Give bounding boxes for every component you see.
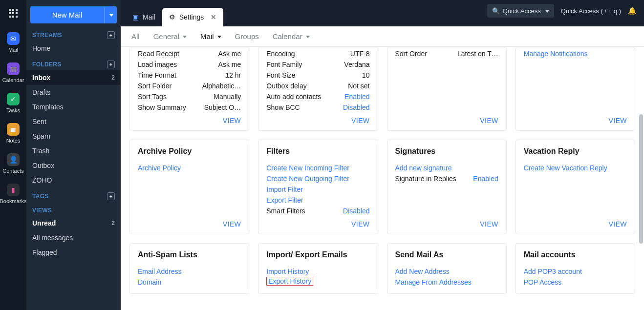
rail-notes[interactable]: ≣ Notes	[0, 117, 26, 147]
subtab-mail[interactable]: Mail	[200, 32, 221, 41]
setting-value: Verdana	[344, 61, 369, 68]
add-new-address-link[interactable]: Add New Address	[395, 266, 450, 277]
quick-access-shortcut[interactable]: Quick Access ( / + q )	[561, 7, 621, 15]
add-folder-button[interactable]: +	[107, 61, 115, 68]
rail-bookmarks-label: Bookmarks	[0, 198, 27, 204]
card-anti-spam: Anti-Spam Lists Email Address Domain	[129, 243, 249, 294]
view-link[interactable]: VIEW	[524, 216, 627, 228]
archive-policy-link[interactable]: Archive Policy	[138, 163, 181, 173]
notifications-icon[interactable]: 🔔	[628, 7, 636, 15]
sidebar-item-sent[interactable]: Sent	[26, 114, 121, 129]
setting-value: 12 hr	[225, 71, 241, 79]
card-title: Archive Policy	[138, 147, 241, 156]
calendar-icon: ▦	[7, 62, 20, 75]
subtab-all[interactable]: All	[131, 32, 140, 41]
rail-mail-label: Mail	[8, 47, 18, 53]
card-mail-view: Read ReceiptAsk meLoad imagesAsk meTime …	[129, 47, 249, 131]
add-tag-button[interactable]: +	[107, 192, 115, 200]
view-link[interactable]: VIEW	[138, 113, 241, 124]
setting-toggle[interactable]: Disabled	[343, 103, 369, 111]
setting-value: Manually	[214, 93, 241, 101]
rail-mail[interactable]: ✉ Mail	[0, 26, 26, 57]
card-signatures: Signatures Add new signature Signature i…	[387, 140, 507, 234]
card-title: Send Mail As	[395, 250, 498, 259]
close-settings-tab[interactable]: ✕	[211, 13, 216, 21]
add-pop3-link[interactable]: Add POP3 account	[524, 266, 582, 277]
add-stream-button[interactable]: +	[107, 31, 115, 39]
import-filter-link[interactable]: Import Filter	[266, 184, 303, 195]
view-link[interactable]: VIEW	[524, 113, 627, 124]
manage-from-addresses-link[interactable]: Manage From Addresses	[395, 277, 472, 288]
card-compose: EncodingUTF-8Font FamilyVerdanaFont Size…	[258, 47, 378, 131]
export-filter-link[interactable]: Export Filter	[266, 195, 303, 206]
chevron-down-icon	[216, 34, 221, 39]
setting-value: Alphabetic…	[202, 82, 241, 90]
rail-contacts[interactable]: 👤 Contacts	[0, 147, 26, 178]
settings-subtabs: All General Mail Groups Calendar	[121, 26, 644, 47]
card-title: Mail accounts	[524, 250, 627, 259]
apps-launcher-icon[interactable]	[0, 0, 26, 26]
sidebar-item-templates[interactable]: Templates	[26, 100, 121, 114]
antispam-domain-link[interactable]: Domain	[138, 277, 161, 288]
add-signature-link[interactable]: Add new signature	[395, 163, 452, 173]
rail-calendar[interactable]: ▦ Calendar	[0, 57, 26, 87]
sidebar-item-trash[interactable]: Trash	[26, 144, 121, 158]
sidebar-item-spam[interactable]: Spam	[26, 129, 121, 144]
new-mail-button[interactable]: New Mail	[30, 6, 104, 23]
manage-notifications-link[interactable]: Manage Notifications	[524, 48, 588, 59]
subtab-groups[interactable]: Groups	[235, 32, 259, 41]
sidebar-item-allmessages[interactable]: All messages	[26, 230, 121, 245]
card-send-mail-as: Send Mail As Add New Address Manage From…	[387, 243, 507, 294]
inbox-count: 2	[111, 74, 115, 81]
tab-mail[interactable]: ▣ Mail	[126, 8, 162, 26]
import-history-link[interactable]: Import History	[266, 266, 309, 277]
chevron-down-icon	[544, 7, 549, 15]
create-vacation-reply-link[interactable]: Create New Vacation Reply	[524, 163, 607, 173]
folders-header: FOLDERS +	[26, 56, 121, 70]
view-link[interactable]: VIEW	[395, 216, 498, 228]
card-mail-accounts: Mail accounts Add POP3 account POP Acces…	[515, 243, 635, 294]
create-incoming-filter-link[interactable]: Create New Incoming Filter	[266, 163, 349, 173]
card-conversation: Sort OrderLatest on T… VIEW	[387, 47, 507, 131]
rail-bookmarks[interactable]: ▮ Bookmarks	[0, 178, 26, 208]
rail-tasks-label: Tasks	[6, 107, 20, 113]
unread-count: 2	[111, 220, 115, 227]
sidebar-item-inbox[interactable]: Inbox 2	[26, 70, 121, 85]
chevron-down-icon	[108, 11, 113, 19]
new-mail-dropdown[interactable]	[104, 6, 117, 23]
view-link[interactable]: VIEW	[138, 216, 241, 228]
pop-access-link[interactable]: POP Access	[524, 277, 562, 288]
tasks-icon: ✓	[7, 93, 20, 105]
sidebar-item-outbox[interactable]: Outbox	[26, 158, 121, 173]
setting-value: Ask me	[218, 61, 241, 68]
view-link[interactable]: VIEW	[266, 216, 369, 228]
quick-access-button[interactable]: 🔍 Quick Access	[487, 4, 554, 18]
smart-filters-toggle[interactable]: Disabled	[343, 207, 369, 215]
top-bar: ▣ Mail ⚙ Settings ✕ 🔍 Quick Access Quick…	[121, 0, 644, 26]
subtab-general[interactable]: General	[153, 32, 187, 41]
sidebar-item-flagged[interactable]: Flagged	[26, 245, 121, 260]
sidebar-item-zoho[interactable]: ZOHO	[26, 173, 121, 187]
tab-settings[interactable]: ⚙ Settings ✕	[162, 8, 224, 26]
card-title: Anti-Spam Lists	[138, 250, 241, 259]
create-outgoing-filter-link[interactable]: Create New Outgoing Filter	[266, 173, 349, 184]
sidebar-item-home[interactable]: Home	[26, 41, 121, 56]
signature-replies-toggle[interactable]: Enabled	[473, 175, 498, 183]
setting-toggle[interactable]: Enabled	[344, 93, 369, 101]
antispam-email-link[interactable]: Email Address	[138, 266, 181, 277]
settings-scroll[interactable]: Read ReceiptAsk meLoad imagesAsk meTime …	[121, 47, 644, 310]
bookmarks-icon: ▮	[7, 184, 20, 196]
sidebar-item-unread[interactable]: Unread 2	[26, 216, 121, 230]
setting-value: UTF-8	[350, 50, 370, 58]
rail-tasks[interactable]: ✓ Tasks	[0, 87, 26, 117]
tags-header: TAGS +	[26, 187, 121, 202]
view-link[interactable]: VIEW	[266, 113, 369, 124]
scrollbar[interactable]	[639, 114, 643, 244]
mail-tab-icon: ▣	[132, 13, 139, 21]
view-link[interactable]: VIEW	[395, 113, 498, 124]
setting-value: Subject O…	[204, 103, 241, 111]
notes-icon: ≣	[7, 123, 20, 136]
sidebar-item-drafts[interactable]: Drafts	[26, 85, 121, 100]
export-history-link[interactable]: Export History	[266, 277, 313, 286]
subtab-calendar[interactable]: Calendar	[273, 32, 310, 41]
